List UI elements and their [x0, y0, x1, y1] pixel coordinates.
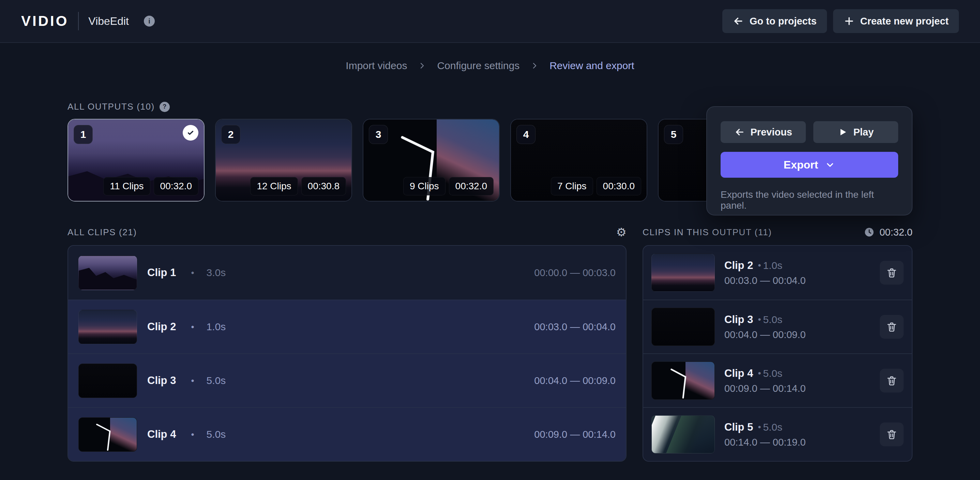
arrow-left-icon — [733, 15, 744, 27]
output-clips-title: CLIPS IN THIS OUTPUT (11) — [643, 227, 772, 238]
output-clips-list: Clip 2 • 1.0s 00:03.0 — 00:04.0 C — [643, 245, 913, 462]
vidio-logo: VIDIO — [21, 13, 68, 29]
output-number-badge: 3 — [369, 125, 388, 144]
delete-clip-button[interactable] — [880, 369, 904, 393]
clip-duration: 1.0s — [207, 321, 226, 333]
action-panel: Previous Play Export Exports the video s… — [706, 106, 913, 215]
delete-clip-button[interactable] — [880, 261, 904, 285]
output-clip-row-4[interactable]: Clip 5 • 5.0s 00:14.0 — 00:19.0 — [643, 407, 912, 461]
clip-duration: 5.0s — [763, 421, 783, 433]
clip-row-2[interactable]: Clip 2 • 1.0s 00:03.0 — 00:04.0 — [68, 299, 626, 353]
clip-thumbnail — [651, 308, 715, 346]
bullet: • — [191, 429, 194, 440]
clip-time-range: 00:03.0 — 00:04.0 — [724, 275, 806, 286]
clip-row-4[interactable]: Clip 4 • 5.0s 00:09.0 — 00:14.0 — [68, 407, 626, 461]
go-to-projects-button[interactable]: Go to projects — [722, 9, 827, 33]
output-clips-section: CLIPS IN THIS OUTPUT (11) 00:32.0 Clip 2… — [643, 225, 913, 462]
create-new-project-button[interactable]: Create new project — [833, 9, 959, 33]
chevron-right-icon — [418, 62, 426, 70]
clip-thumbnail — [78, 310, 137, 344]
clip-row-3[interactable]: Clip 3 • 5.0s 00:04.0 — 00:09.0 — [68, 353, 626, 407]
export-button[interactable]: Export — [721, 152, 898, 178]
help-icon[interactable]: ? — [159, 102, 170, 112]
bullet: • — [191, 268, 194, 278]
gear-icon[interactable]: ⚙ — [616, 227, 627, 238]
clip-time-range: 00:09.0 — 00:14.0 — [724, 383, 806, 394]
breadcrumb-step-configure[interactable]: Configure settings — [437, 60, 520, 71]
output-card-4[interactable]: 4 7 Clips 00:30.0 — [510, 119, 648, 201]
topbar: VIDIO VibeEdit i Go to projects Create n… — [0, 0, 980, 43]
main-content: ALL CLIPS (21) ⚙ Clip 1 • 3.0s 00:00.0 —… — [67, 225, 913, 462]
previous-label: Previous — [751, 127, 792, 138]
output-card-1[interactable]: 1 11 Clips 00:32.0 — [67, 119, 205, 201]
clip-name: Clip 2 — [724, 260, 753, 272]
clip-thumbnail — [651, 415, 715, 453]
output-number-badge: 4 — [516, 125, 536, 144]
output-number-badge: 1 — [74, 125, 93, 144]
plus-icon — [843, 15, 855, 27]
clip-time-range: 00:14.0 — 00:19.0 — [724, 437, 806, 448]
export-caption: Exports the video selected in the left p… — [721, 189, 898, 211]
app-root: VIDIO VibeEdit i Go to projects Create n… — [0, 0, 980, 480]
topbar-actions: Go to projects Create new project — [722, 9, 959, 33]
output-clip-row-1[interactable]: Clip 2 • 1.0s 00:03.0 — 00:04.0 — [643, 246, 912, 299]
clip-duration: 5.0s — [207, 429, 226, 440]
play-label: Play — [853, 127, 873, 138]
all-outputs-title: ALL OUTPUTS (10) — [67, 101, 155, 112]
bullet: • — [191, 322, 194, 332]
export-label: Export — [784, 158, 818, 171]
app-name: VibeEdit — [88, 15, 129, 28]
clip-name: Clip 2 — [147, 321, 176, 333]
output-card-2[interactable]: 2 12 Clips 00:30.8 — [215, 119, 352, 201]
clips-count-badge: 7 Clips — [551, 177, 593, 195]
clip-time-range: 00:03.0 — 00:04.0 — [534, 322, 616, 333]
chevron-right-icon — [530, 62, 539, 70]
clip-name: Clip 3 — [147, 374, 176, 387]
breadcrumb-step-import[interactable]: Import videos — [346, 60, 407, 71]
play-button[interactable]: Play — [813, 121, 899, 143]
output-number-badge: 2 — [221, 125, 240, 144]
delete-clip-button[interactable] — [880, 423, 904, 446]
clip-thumbnail — [78, 256, 137, 290]
clip-time-range: 00:00.0 — 00:03.0 — [534, 267, 616, 279]
bullet: • — [758, 260, 761, 271]
play-icon — [837, 127, 848, 137]
check-icon — [183, 125, 198, 141]
clip-name: Clip 4 — [147, 428, 176, 440]
output-number-badge: 5 — [664, 125, 683, 144]
clip-thumbnail — [78, 364, 137, 398]
clip-name: Clip 5 — [724, 421, 753, 433]
output-clip-row-3[interactable]: Clip 4 • 5.0s 00:09.0 — 00:14.0 — [643, 353, 912, 407]
previous-button[interactable]: Previous — [721, 121, 806, 143]
chevron-down-icon — [825, 160, 835, 170]
clip-duration: 1.0s — [763, 260, 783, 271]
brand: VIDIO VibeEdit i — [21, 12, 155, 30]
clips-count-badge: 9 Clips — [403, 177, 445, 195]
duration-badge: 00:30.0 — [597, 177, 641, 195]
duration-badge: 00:32.0 — [154, 177, 198, 195]
clip-duration: 5.0s — [207, 375, 226, 387]
bullet: • — [758, 368, 761, 379]
info-icon[interactable]: i — [144, 16, 155, 27]
duration-badge: 00:30.8 — [301, 177, 346, 195]
delete-clip-button[interactable] — [880, 315, 904, 339]
brand-divider — [78, 12, 79, 30]
clips-count-badge: 12 Clips — [250, 177, 298, 195]
clips-count-badge: 11 Clips — [103, 177, 150, 195]
clip-time-range: 00:04.0 — 00:09.0 — [724, 329, 806, 341]
all-clips-title: ALL CLIPS (21) — [67, 227, 137, 238]
clip-name: Clip 4 — [724, 368, 753, 380]
go-to-projects-label: Go to projects — [749, 16, 817, 27]
all-clips-section: ALL CLIPS (21) ⚙ Clip 1 • 3.0s 00:00.0 —… — [67, 225, 627, 462]
clip-thumbnail — [651, 361, 715, 400]
breadcrumb: Import videos Configure settings Review … — [0, 60, 980, 71]
arrow-left-icon — [734, 127, 745, 138]
create-new-project-label: Create new project — [861, 16, 949, 27]
bullet: • — [191, 375, 194, 386]
bullet: • — [758, 314, 761, 325]
clip-row-1[interactable]: Clip 1 • 3.0s 00:00.0 — 00:03.0 — [68, 246, 626, 299]
output-card-3[interactable]: 3 9 Clips 00:32.0 — [363, 119, 500, 201]
breadcrumb-step-review[interactable]: Review and export — [549, 60, 634, 71]
output-clip-row-2[interactable]: Clip 3 • 5.0s 00:04.0 — 00:09.0 — [643, 299, 912, 353]
bullet: • — [758, 422, 761, 432]
